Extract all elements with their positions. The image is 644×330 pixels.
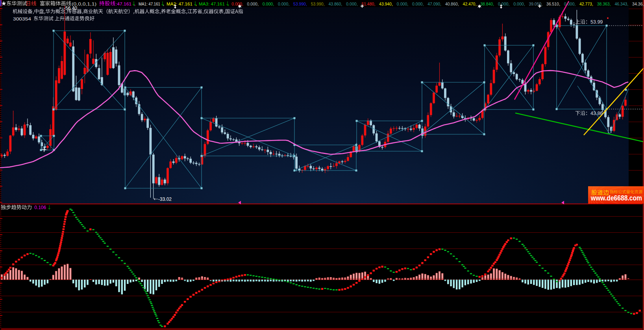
svg-text:53.99: 53.99 bbox=[590, 19, 603, 25]
svg-text:46.343: 46.343 bbox=[614, 2, 627, 6]
svg-text:,: , bbox=[273, 2, 274, 6]
svg-text:0.000: 0.000 bbox=[397, 2, 407, 6]
svg-text:,: , bbox=[627, 2, 628, 6]
svg-text:43.860: 43.860 bbox=[329, 2, 341, 6]
svg-text:34.36: 34.36 bbox=[632, 2, 643, 6]
svg-text:53.990: 53.990 bbox=[311, 2, 324, 6]
svg-text:,: , bbox=[374, 2, 375, 6]
svg-text:,: , bbox=[407, 2, 408, 6]
svg-text:-56.40: -56.40 bbox=[64, 6, 77, 11]
svg-text:51.480: 51.480 bbox=[361, 2, 374, 6]
svg-text:,: , bbox=[574, 2, 576, 6]
svg-text:,: , bbox=[306, 2, 307, 6]
svg-text:36.510: 36.510 bbox=[546, 2, 559, 6]
svg-text:www.de6688.com: www.de6688.com bbox=[590, 194, 642, 202]
svg-text:,: , bbox=[541, 2, 542, 6]
svg-text:47.090: 47.090 bbox=[427, 2, 440, 6]
svg-text:MA3: 47.161: MA3: 47.161 bbox=[199, 2, 225, 6]
svg-text:,: , bbox=[610, 2, 611, 6]
svg-text:,: , bbox=[493, 2, 494, 6]
svg-text:38.363: 38.363 bbox=[597, 2, 610, 6]
svg-text:,: , bbox=[509, 2, 510, 6]
svg-text:0.000: 0.000 bbox=[231, 2, 242, 6]
svg-text::47.161: :47.161 bbox=[116, 2, 131, 6]
svg-text:,: , bbox=[475, 2, 476, 6]
svg-text:,: , bbox=[242, 2, 243, 6]
svg-text:,: , bbox=[392, 2, 393, 6]
svg-text:,: , bbox=[357, 2, 358, 6]
svg-text:MA1: 47.161: MA1: 47.161 bbox=[139, 2, 160, 6]
svg-text:,: , bbox=[163, 2, 164, 6]
svg-text:53.990: 53.990 bbox=[293, 2, 306, 6]
svg-text:0.000: 0.000 bbox=[247, 2, 258, 6]
svg-text:38.840: 38.840 bbox=[480, 2, 493, 6]
svg-text:0.000: 0.000 bbox=[263, 2, 273, 6]
svg-text:0.000: 0.000 bbox=[498, 2, 509, 6]
svg-text:42.470: 42.470 bbox=[463, 2, 476, 6]
svg-text:0.000: 0.000 bbox=[513, 2, 524, 6]
svg-text:,: , bbox=[643, 2, 644, 6]
svg-text:,: , bbox=[324, 2, 325, 6]
svg-text:0.000: 0.000 bbox=[412, 2, 423, 6]
svg-text:,: , bbox=[196, 2, 197, 6]
svg-text:-33.02: -33.02 bbox=[158, 197, 172, 202]
svg-text:42.773: 42.773 bbox=[579, 2, 592, 6]
svg-text:,: , bbox=[592, 2, 593, 6]
svg-text:43.940: 43.940 bbox=[379, 2, 392, 6]
svg-text:40.860: 40.860 bbox=[445, 2, 458, 6]
svg-text:0.000: 0.000 bbox=[278, 2, 289, 6]
svg-text:43.86: 43.86 bbox=[590, 111, 603, 116]
svg-text:,: , bbox=[458, 2, 459, 6]
svg-text:,: , bbox=[228, 2, 229, 6]
svg-text:,: , bbox=[524, 2, 525, 6]
svg-text:,: , bbox=[134, 2, 135, 6]
svg-text:0.000: 0.000 bbox=[564, 2, 575, 6]
svg-text:0.106: 0.106 bbox=[34, 205, 46, 210]
svg-text:,: , bbox=[341, 2, 342, 6]
svg-text:,: , bbox=[559, 2, 560, 6]
svg-text:,: , bbox=[288, 2, 289, 6]
svg-text:,: , bbox=[423, 2, 424, 6]
svg-text:300354: 300354 bbox=[13, 17, 31, 21]
svg-text:MA2: 47.161: MA2: 47.161 bbox=[167, 2, 192, 6]
svg-text:,: , bbox=[257, 2, 259, 6]
svg-text:0.000: 0.000 bbox=[346, 2, 357, 6]
svg-text:,: , bbox=[440, 2, 441, 6]
